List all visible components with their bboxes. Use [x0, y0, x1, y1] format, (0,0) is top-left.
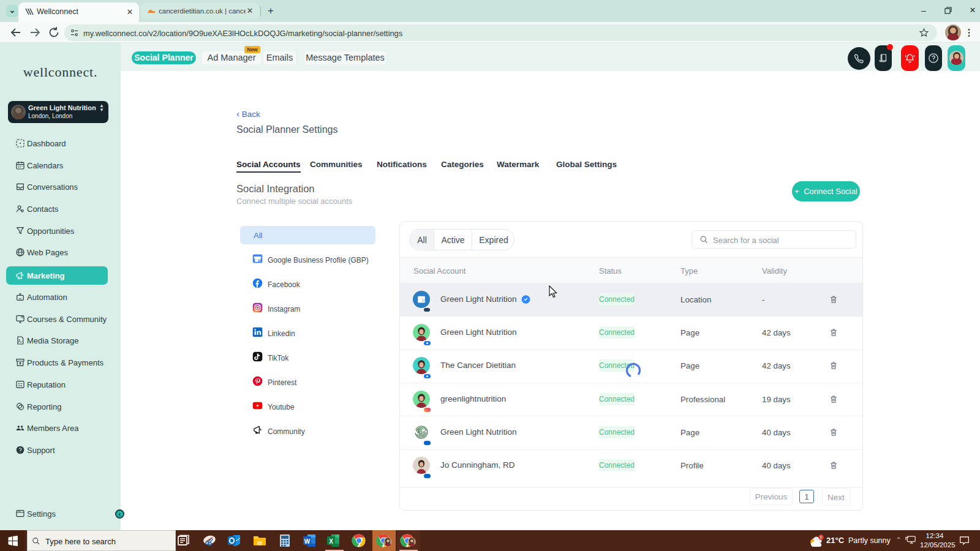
svg-text:X: X	[329, 538, 333, 545]
svg-text:W: W	[304, 538, 311, 545]
